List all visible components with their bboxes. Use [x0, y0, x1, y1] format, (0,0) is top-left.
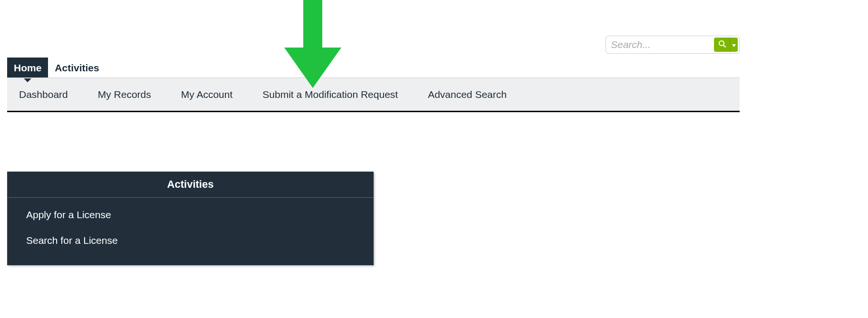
tab-home[interactable]: Home [7, 58, 48, 78]
subnav-dashboard[interactable]: Dashboard [19, 89, 68, 100]
subnav-my-account[interactable]: My Account [181, 89, 233, 100]
subnav-advanced-search[interactable]: Advanced Search [428, 89, 507, 100]
search-button-group [714, 38, 738, 52]
search-icon [718, 40, 726, 49]
sub-nav: Dashboard My Records My Account Submit a… [7, 77, 740, 112]
subnav-label: My Records [98, 89, 151, 100]
annotation-arrow-icon [284, 0, 341, 90]
activities-item-apply-license[interactable]: Apply for a License [7, 202, 374, 228]
tab-activities[interactable]: Activities [48, 58, 106, 78]
chevron-down-icon [732, 40, 736, 49]
subnav-submit-modification-request[interactable]: Submit a Modification Request [262, 89, 398, 100]
subnav-my-records[interactable]: My Records [98, 89, 151, 100]
activities-panel-title: Activities [7, 172, 374, 198]
tab-label: Activities [55, 62, 99, 73]
subnav-label: Dashboard [19, 89, 68, 100]
svg-marker-3 [732, 44, 736, 47]
top-tabs: Home Activities [7, 58, 106, 78]
subnav-label: My Account [181, 89, 233, 100]
activities-item-label: Apply for a License [26, 209, 111, 220]
activities-item-label: Search for a License [26, 235, 118, 246]
subnav-label: Submit a Modification Request [262, 89, 398, 100]
svg-marker-0 [284, 0, 341, 88]
activities-panel: Activities Apply for a License Search fo… [7, 172, 374, 265]
activities-title-text: Activities [167, 178, 214, 190]
search-button[interactable] [714, 38, 730, 52]
activities-list: Apply for a License Search for a License [7, 198, 374, 265]
subnav-label: Advanced Search [428, 89, 507, 100]
svg-line-2 [723, 45, 725, 47]
search-container [606, 36, 740, 54]
activities-item-search-license[interactable]: Search for a License [7, 228, 374, 254]
search-dropdown-button[interactable] [730, 38, 738, 52]
tab-label: Home [14, 62, 41, 73]
